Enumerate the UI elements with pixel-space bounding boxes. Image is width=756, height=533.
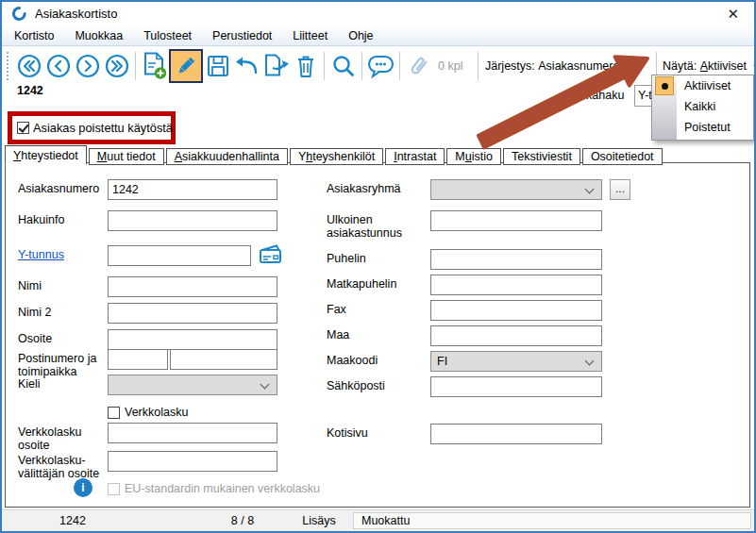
quick-search-label: Pikahaku (576, 89, 624, 102)
tab-muistio[interactable]: Muistio (446, 148, 501, 165)
label-asiakasnumero: Asiakasnumero (18, 182, 112, 195)
export-button[interactable] (261, 50, 291, 82)
tab-yhteyshenkilot[interactable]: Yhteyshenkilöt (290, 148, 383, 165)
verkkolasku-checkbox-row: Verkkolasku (108, 406, 188, 419)
tab-tekstiviestit[interactable]: Tekstiviestit (503, 148, 580, 165)
save-button[interactable] (203, 50, 232, 82)
status-state: Muokattu (353, 512, 751, 529)
eu-standardin-verkkolasku-checkbox (108, 483, 120, 495)
verkkolasku-osoite-input[interactable] (108, 423, 277, 443)
comment-button[interactable] (366, 50, 395, 82)
new-record-button[interactable] (140, 50, 169, 82)
export-document-icon (263, 53, 290, 79)
status-position: 8 / 8 (186, 510, 299, 531)
tab-asiakkuudenhallinta[interactable]: Asiakkuudenhallinta (166, 148, 288, 165)
label-verkkolasku-valittajan-osoite: Verkkolasku-välittäjän osoite (18, 454, 112, 480)
comment-bubble-icon (367, 54, 395, 79)
deleted-checkbox[interactable] (17, 122, 29, 134)
titlebar: Asiakaskortisto ✕ (2, 2, 754, 25)
chevron-down-icon (260, 380, 270, 390)
verkkolasku-valittajan-osoite-input[interactable] (108, 451, 277, 472)
first-record-button[interactable] (14, 50, 43, 82)
maa-input[interactable] (430, 325, 602, 346)
maakoodi-select[interactable]: FI (430, 351, 602, 372)
ytj-card-icon[interactable] (259, 242, 282, 270)
previous-record-button[interactable] (43, 50, 73, 82)
eu-standardin-verkkolasku-checkbox-label: EU-standardin mukainen verkkolasku (125, 482, 320, 495)
postinumero-toimipaikka-input-2[interactable] (170, 349, 277, 370)
label-fax: Fax (327, 303, 421, 316)
tab-yhteystiedot[interactable]: Yhteystiedot (5, 145, 87, 165)
next-record-icon (75, 53, 101, 79)
hakuinfo-input[interactable] (108, 210, 277, 231)
kieli-select[interactable] (108, 375, 277, 395)
verkkolasku-checkbox[interactable] (108, 407, 120, 419)
label-puhelin: Puhelin (327, 252, 421, 265)
nimi-2-input[interactable] (108, 303, 277, 324)
app-logo-icon (11, 6, 27, 22)
label-ulkoinen-asiakastunnus: Ulkoinen asiakastunnus (327, 213, 421, 240)
undo-button[interactable] (232, 50, 261, 82)
label-maakoodi: Maakoodi (327, 354, 421, 367)
asiakasryhma-more-button[interactable]: ... (610, 179, 630, 200)
label-maa: Maa (327, 328, 421, 341)
sahkoposti-input[interactable] (430, 376, 602, 397)
order-value: Asiakasnumero (538, 59, 619, 73)
menu-muokkaa[interactable]: Muokkaa (64, 27, 133, 44)
chevron-down-icon (585, 185, 595, 194)
tab-intrastat[interactable]: Intrastat (385, 148, 445, 165)
verkkolasku-checkbox-label: Verkkolasku (125, 406, 188, 419)
last-record-icon (104, 53, 130, 79)
show-label: Näytä: (663, 59, 697, 73)
first-record-icon (16, 53, 42, 79)
info-icon[interactable]: i (74, 478, 92, 497)
label-y-tunnus[interactable]: Y-tunnus (18, 248, 112, 261)
delete-button[interactable] (291, 50, 320, 82)
last-record-button[interactable] (102, 50, 131, 82)
trash-icon (294, 54, 317, 79)
menu-kortisto[interactable]: Kortisto (4, 27, 64, 44)
label-kieli: Kieli (18, 377, 112, 391)
show-menu-item-aktiiviset[interactable]: Aktiiviset (652, 75, 753, 96)
toolbar: 0 kpl Järjestys: Asiakasnumero Näytä: Ak… (2, 47, 754, 85)
next-record-button[interactable] (73, 50, 102, 82)
status-record: 1242 (16, 510, 129, 531)
close-button[interactable]: ✕ (721, 6, 745, 23)
save-icon (206, 54, 230, 78)
menu-tulosteet[interactable]: Tulosteet (133, 27, 202, 44)
nimi-input[interactable] (108, 276, 277, 297)
tab-muut-tiedot[interactable]: Muut tiedot (89, 148, 164, 165)
app-window: Asiakaskortisto ✕ KortistoMuokkaaTuloste… (0, 0, 756, 533)
deleted-checkbox-label: Asiakas poistettu käytöstä (33, 121, 173, 135)
menu-perustiedot[interactable]: Perustiedot (202, 27, 282, 44)
show-value: Aktiiviset (700, 59, 747, 73)
postinumero-toimipaikka-input-1[interactable] (108, 349, 168, 370)
attachments-button[interactable] (404, 50, 433, 82)
show-menu-item-poistetut[interactable]: Poistetut (652, 117, 753, 138)
puhelin-input[interactable] (430, 249, 602, 270)
chevron-down-icon (585, 357, 595, 366)
search-button[interactable] (328, 50, 358, 82)
previous-record-icon (45, 53, 72, 79)
order-dropdown[interactable]: Järjestys: Asiakasnumero (485, 47, 633, 85)
dropdown-caret-icon (626, 65, 633, 69)
show-menu-item-kaikki[interactable]: Kaikki (652, 96, 753, 117)
label-matkapuhelin: Matkapuhelin (327, 277, 421, 291)
tab-osoitetiedot[interactable]: Osoitetiedot (582, 148, 663, 165)
y-tunnus-input[interactable] (108, 245, 251, 266)
fax-input[interactable] (430, 300, 602, 321)
ulkoinen-asiakastunnus-input[interactable] (430, 210, 602, 231)
osoite-input[interactable] (108, 329, 277, 350)
toolbar-grip[interactable] (7, 52, 9, 80)
menu-liitteet[interactable]: Liitteet (282, 27, 338, 44)
asiakasryhma-select[interactable] (430, 179, 602, 200)
asiakasnumero-input[interactable] (108, 179, 277, 200)
window-title: Asiakaskortisto (35, 7, 117, 21)
paperclip-icon (408, 54, 430, 79)
kotisivu-input[interactable] (430, 424, 602, 444)
search-icon (331, 54, 356, 78)
menu-ohje[interactable]: Ohje (338, 27, 383, 44)
edit-button[interactable] (169, 49, 203, 83)
matkapuhelin-input[interactable] (430, 275, 602, 295)
show-menu-item-label: Aktiiviset (684, 79, 731, 92)
